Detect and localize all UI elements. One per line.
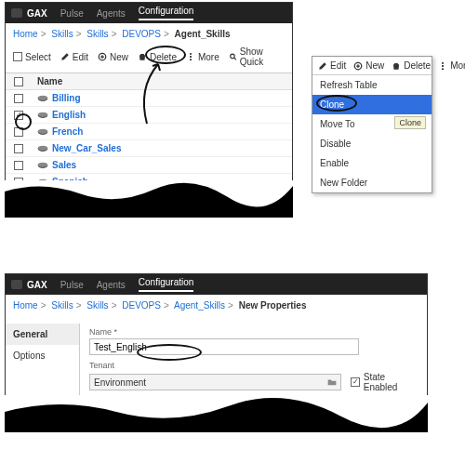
brand-text: GAX (27, 8, 47, 19)
menu-item-clone[interactable]: Clone (312, 95, 432, 114)
nav-agents-2[interactable]: Agents (97, 280, 126, 290)
showquick-label: Show Quick (240, 46, 285, 67)
tenant-value: Environment (94, 377, 146, 388)
tooltip: Clone (394, 116, 426, 129)
select-label: Select (25, 52, 51, 62)
skill-icon (37, 111, 48, 120)
dd-edit[interactable]: Edit (318, 60, 346, 71)
torn-edge (5, 180, 293, 218)
row-name[interactable]: New_Car_Sales (32, 143, 292, 153)
row-checkbox[interactable] (14, 161, 23, 170)
brand-icon (11, 280, 22, 289)
kebab-icon (186, 52, 195, 61)
svg-point-1 (190, 53, 192, 55)
dd-delete[interactable]: Delete (392, 60, 431, 71)
menu-item-refresh-table[interactable]: Refresh Table (312, 75, 432, 95)
svg-point-8 (38, 112, 48, 116)
checkbox-icon (351, 377, 359, 387)
svg-point-4 (230, 54, 234, 59)
new-button[interactable]: New (98, 52, 128, 62)
crumb2-devops[interactable]: DEVOPS (122, 300, 161, 311)
crumb2-skills[interactable]: Skills (51, 300, 73, 311)
crumb-agentskills: Agent_Skills (175, 29, 231, 39)
delete-button[interactable]: Delete (138, 52, 177, 62)
crumb2-home[interactable]: Home (13, 300, 38, 311)
dd-new[interactable]: New (353, 60, 384, 71)
row-name[interactable]: Sales (32, 160, 292, 170)
kebab-icon (438, 61, 447, 71)
name-input[interactable] (89, 338, 359, 355)
state-enabled[interactable]: State Enabled (351, 372, 418, 392)
trash-icon (392, 61, 401, 71)
row-name[interactable]: French (32, 126, 292, 137)
showquick-button[interactable]: Show Quick (229, 46, 285, 67)
brand: GAX (11, 8, 47, 19)
more-dropdown: Edit New Delete More Refresh TableCloneM… (312, 56, 432, 193)
more-button[interactable]: More (186, 52, 219, 62)
menu-item-move-to[interactable]: Move ToClone (312, 114, 432, 134)
svg-point-14 (38, 162, 48, 166)
tab-options[interactable]: Options (6, 345, 79, 366)
select-button[interactable]: Select (13, 52, 51, 62)
breadcrumb: Home> Skills> Skills> DEVOPS> Agent_Skil… (6, 23, 292, 45)
nav-configuration[interactable]: Configuration (139, 6, 193, 20)
nav-configuration-2[interactable]: Configuration (139, 277, 193, 292)
crumb-skills2[interactable]: Skills (86, 29, 108, 39)
brand-icon (11, 8, 22, 18)
magnify-icon (229, 52, 237, 61)
row-checkbox[interactable] (14, 111, 23, 120)
brand-text: GAX (27, 280, 47, 290)
svg-point-10 (38, 128, 48, 133)
table-row[interactable]: French (6, 124, 292, 140)
skill-icon (37, 94, 48, 103)
table-row[interactable]: English (6, 107, 292, 124)
pencil-icon (318, 61, 327, 71)
trash-icon (138, 52, 147, 61)
table-row[interactable]: New_Car_Sales (6, 140, 292, 157)
skill-icon (37, 144, 48, 153)
row-name[interactable]: English (32, 110, 292, 120)
svg-point-3 (190, 59, 192, 60)
table-row[interactable]: Billing (6, 90, 292, 107)
tab-general[interactable]: General (6, 324, 79, 345)
nav-pulse-2[interactable]: Pulse (60, 280, 84, 290)
crumb2-agentskills[interactable]: Agent_Skills (174, 300, 225, 311)
menu-item-new-folder[interactable]: New Folder (312, 173, 432, 192)
row-checkbox[interactable] (14, 144, 23, 153)
column-name[interactable]: Name (32, 76, 292, 86)
table-header: Name (6, 73, 292, 90)
table-row[interactable]: Sales (6, 157, 292, 174)
row-checkbox[interactable] (14, 127, 23, 137)
folder-icon (327, 377, 337, 387)
checkbox-icon (13, 52, 22, 61)
crumb-home[interactable]: Home (13, 29, 38, 39)
skill-icon (37, 127, 48, 137)
new-label: New (110, 52, 128, 62)
svg-point-12 (38, 145, 48, 150)
svg-point-20 (442, 61, 444, 63)
crumb-devops[interactable]: DEVOPS (122, 29, 161, 39)
menu-item-disable[interactable]: Disable (312, 134, 432, 153)
header-checkbox[interactable] (14, 77, 23, 86)
menu-item-enable[interactable]: Enable (312, 153, 432, 173)
svg-point-22 (442, 68, 444, 70)
crumb2-skills2[interactable]: Skills (86, 300, 108, 311)
torn-edge-2 (5, 395, 428, 432)
tenant-input[interactable]: Environment (89, 374, 341, 390)
breadcrumb-2: Home> Skills> Skills> DEVOPS> Agent_Skil… (6, 295, 427, 316)
edit-button[interactable]: Edit (60, 52, 88, 62)
nav-pulse[interactable]: Pulse (60, 8, 84, 19)
row-name[interactable]: Billing (32, 93, 292, 103)
nav-agents[interactable]: Agents (97, 8, 126, 19)
dd-more[interactable]: More (438, 60, 465, 71)
svg-point-21 (442, 65, 444, 67)
row-checkbox[interactable] (14, 94, 23, 103)
pencil-icon (60, 52, 70, 61)
toolbar: Select Edit New Delete More Show Quick (6, 45, 292, 73)
top-nav: GAX Pulse Agents Configuration (6, 3, 292, 23)
edit-label: Edit (73, 52, 88, 62)
crumb-skills[interactable]: Skills (51, 29, 73, 39)
crumb2-newprops: New Properties (239, 300, 307, 311)
new-properties-panel: GAX Pulse Agents Configuration Home> Ski… (5, 273, 428, 432)
svg-point-6 (38, 95, 48, 99)
